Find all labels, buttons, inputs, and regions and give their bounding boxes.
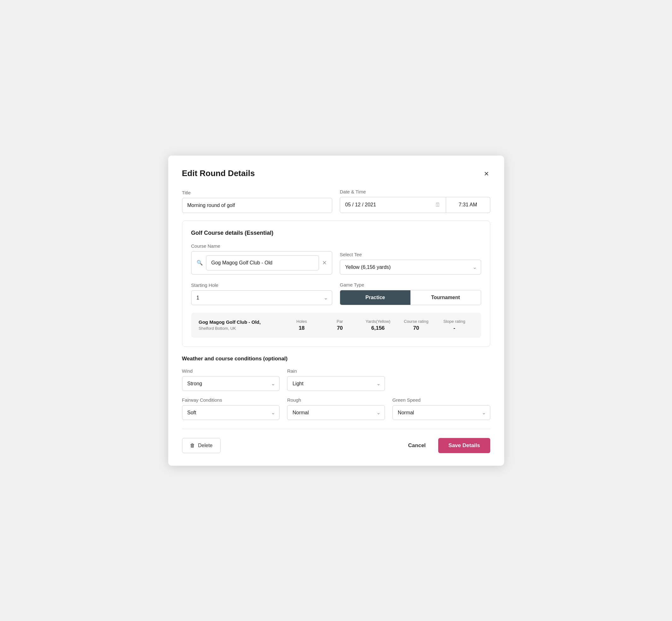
course-info-name: Gog Magog Golf Club - Old, [199,319,283,325]
date-input[interactable]: 05 / 12 / 2021 🗓 [340,197,446,213]
weather-section: Weather and course conditions (optional)… [182,356,490,420]
game-type-toggle: Practice Tournament [340,290,481,305]
hole-gametype-row: Starting Hole 1 ⌄ Game Type Practice Tou… [191,282,481,305]
rain-label: Rain [287,368,385,374]
course-name-label: Course Name [191,243,333,249]
course-name-wrapper[interactable]: 🔍 ✕ [191,251,333,275]
course-name-group: Course Name 🔍 ✕ [191,243,333,275]
footer-divider [182,429,490,429]
rain-select[interactable]: Light [287,376,385,391]
fairway-label: Fairway Conditions [182,397,280,403]
search-icon: 🔍 [197,260,203,266]
title-input[interactable] [182,198,333,213]
green-speed-label: Green Speed [392,397,490,403]
fairway-wrapper: Soft ⌄ [182,405,280,420]
slope-rating-stat: Slope rating - [435,319,473,331]
yards-value: 6,156 [359,325,397,331]
wind-rain-row: Wind Strong ⌄ Rain Light ⌄ [182,368,490,391]
date-value: 05 / 12 / 2021 [345,202,376,208]
practice-toggle-button[interactable]: Practice [340,290,411,305]
cancel-button[interactable]: Cancel [406,438,428,453]
wind-label: Wind [182,368,280,374]
calendar-icon: 🗓 [435,202,441,208]
green-speed-select[interactable]: Normal [392,405,490,420]
rough-label: Rough [287,397,385,403]
green-speed-wrapper: Normal ⌄ [392,405,490,420]
rain-wrapper: Light ⌄ [287,376,385,391]
datetime-group: Date & Time 05 / 12 / 2021 🗓 7:31 AM [340,189,490,213]
par-label: Par [321,319,359,324]
wind-wrapper: Strong ⌄ [182,376,280,391]
starting-hole-wrapper: 1 ⌄ [191,290,333,305]
slope-rating-value: - [435,325,473,331]
yards-label: Yards(Yellow) [359,319,397,324]
rain-group: Rain Light ⌄ [287,368,385,391]
game-type-group: Game Type Practice Tournament [340,282,481,305]
time-value: 7:31 AM [459,202,477,208]
edit-round-modal: Edit Round Details × Title Date & Time 0… [168,156,504,466]
modal-header: Edit Round Details × [182,168,490,179]
par-value: 70 [321,325,359,331]
starting-hole-group: Starting Hole 1 ⌄ [191,282,333,305]
wind-group: Wind Strong ⌄ [182,368,280,391]
rough-wrapper: Normal ⌄ [287,405,385,420]
modal-footer: 🗑 Delete Cancel Save Details [182,438,490,453]
course-info-card: Gog Magog Golf Club - Old, Shelford Bott… [191,313,481,338]
golf-section-title: Golf Course details (Essential) [191,230,481,236]
tournament-toggle-button[interactable]: Tournament [411,290,481,305]
par-stat: Par 70 [321,319,359,331]
title-group: Title [182,190,333,213]
fairway-group: Fairway Conditions Soft ⌄ [182,397,280,420]
fairway-select[interactable]: Soft [182,405,280,420]
green-speed-group: Green Speed Normal ⌄ [392,397,490,420]
course-info-name-block: Gog Magog Golf Club - Old, Shelford Bott… [199,319,283,331]
conditions-row: Fairway Conditions Soft ⌄ Rough Normal ⌄ [182,397,490,420]
slope-rating-label: Slope rating [435,319,473,324]
course-name-input[interactable] [206,255,319,271]
holes-value: 18 [283,325,321,331]
wind-select[interactable]: Strong [182,376,280,391]
select-tee-input[interactable]: Yellow (6,156 yards) [340,260,481,275]
title-label: Title [182,190,333,195]
golf-course-section: Golf Course details (Essential) Course N… [182,220,490,347]
course-info-location: Shelford Bottom, UK [199,326,283,331]
trash-icon: 🗑 [190,443,195,448]
time-input[interactable]: 7:31 AM [446,197,490,213]
holes-label: Holes [283,319,321,324]
select-tee-group: Select Tee Yellow (6,156 yards) ⌄ [340,252,481,275]
course-rating-stat: Course rating 70 [397,319,435,331]
rough-select[interactable]: Normal [287,405,385,420]
yards-stat: Yards(Yellow) 6,156 [359,319,397,331]
close-button[interactable]: × [483,168,490,179]
game-type-label: Game Type [340,282,481,287]
delete-label: Delete [198,443,213,448]
rough-group: Rough Normal ⌄ [287,397,385,420]
footer-right: Cancel Save Details [406,438,490,453]
course-rating-value: 70 [397,325,435,331]
starting-hole-select[interactable]: 1 [191,290,333,305]
datetime-label: Date & Time [340,189,490,194]
datetime-row: 05 / 12 / 2021 🗓 7:31 AM [340,197,490,213]
weather-section-title: Weather and course conditions (optional) [182,356,490,362]
modal-title: Edit Round Details [182,168,255,178]
save-button[interactable]: Save Details [438,438,490,453]
starting-hole-label: Starting Hole [191,282,333,288]
title-datetime-row: Title Date & Time 05 / 12 / 2021 🗓 7:31 … [182,189,490,213]
holes-stat: Holes 18 [283,319,321,331]
clear-course-button[interactable]: ✕ [322,260,327,266]
delete-button[interactable]: 🗑 Delete [182,438,220,453]
course-rating-label: Course rating [397,319,435,324]
course-tee-row: Course Name 🔍 ✕ Select Tee Yellow (6,156… [191,243,481,275]
select-tee-wrapper: Yellow (6,156 yards) ⌄ [340,260,481,275]
select-tee-label: Select Tee [340,252,481,257]
